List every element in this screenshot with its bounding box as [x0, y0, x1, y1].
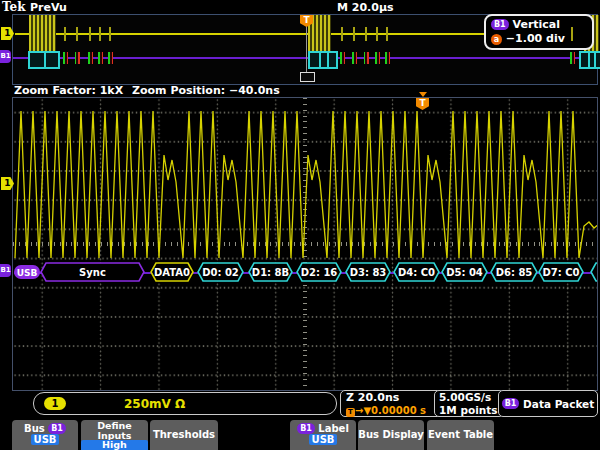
- b1-badge: B1: [48, 423, 66, 434]
- b1-overview-tag[interactable]: B1: [0, 50, 11, 63]
- b1-badge: B1: [297, 423, 315, 434]
- tek-logo: Tek: [2, 0, 26, 14]
- label-button-value: USB: [309, 434, 338, 445]
- b1-badge: B1: [491, 19, 509, 30]
- sample-rate: 5.00GS/s: [439, 391, 499, 404]
- zoom-factor-readout: Zoom Factor: 1kX: [14, 84, 123, 97]
- overview-packet-marker: [63, 52, 68, 64]
- event-table-label: Event Table: [427, 423, 494, 447]
- trigger-position-line: [306, 26, 307, 74]
- bus-event-readout[interactable]: B1 Data Packet: [498, 390, 598, 417]
- knob-a-icon: a: [491, 34, 502, 45]
- label-button-label: Label: [318, 423, 349, 434]
- overview-signal-tick: [76, 27, 78, 41]
- overview-signal-tick: [386, 27, 388, 41]
- ch1-badge: 1: [44, 397, 66, 410]
- bottom-menu: Bus B1 USB Define Inputs High Speed Thre…: [0, 417, 600, 450]
- overview-signal-tick: [353, 27, 355, 41]
- record-length: 1M points: [439, 404, 499, 417]
- trigger-tick-icon: [419, 92, 427, 97]
- b1-main-tag[interactable]: B1: [0, 264, 11, 277]
- overview-packet-marker: [385, 52, 390, 64]
- overview-packet-marker: [570, 52, 575, 64]
- trigger-delay-arrows-icon: →▼: [355, 405, 371, 416]
- overview-signal-tick: [376, 27, 378, 41]
- zoom-scale-readout[interactable]: Z 20.0ns T→▼0.00000 s: [340, 390, 442, 417]
- overview-packet-marker: [88, 52, 93, 64]
- menu-thresholds-button[interactable]: Thresholds: [150, 420, 218, 450]
- bus-decode-row: USBSyncDATA0D0: 02D1: 8BD2: 16D3: 83D4: …: [13, 262, 597, 284]
- acquisition-status: PreVu: [30, 1, 67, 14]
- overview-packet-marker: [375, 52, 380, 64]
- oscilloscope-screen: { "header": { "logo": "Tek", "acq_status…: [0, 0, 600, 450]
- overview-signal-burst: [29, 15, 56, 51]
- timebase-readout: M 20.0µs: [337, 1, 394, 14]
- svg-text:USB: USB: [17, 268, 38, 278]
- overview-packet-marker: [340, 52, 345, 64]
- menu-bus-display-button[interactable]: Bus Display: [358, 420, 424, 450]
- vertical-badge-value: −1.00 div: [506, 32, 565, 45]
- thresholds-label: Thresholds: [150, 423, 218, 447]
- overview-packet-marker: [75, 52, 80, 64]
- bus-button-value: USB: [31, 434, 60, 445]
- svg-text:DATA0: DATA0: [154, 267, 190, 278]
- svg-text:D3: 83: D3: 83: [350, 267, 387, 278]
- menu-label-button[interactable]: B1 Label USB: [290, 420, 356, 450]
- zoom-window-bracket[interactable]: [300, 72, 315, 82]
- zoom-position-readout: Zoom Position: −40.0ns: [132, 84, 280, 97]
- svg-text:D1: 8B: D1: 8B: [252, 267, 289, 278]
- overview-packet-box: [308, 51, 338, 69]
- trigger-delay-value: 0.00000 s: [371, 405, 426, 416]
- bus-display-label: Bus Display: [358, 423, 424, 447]
- svg-text:D2: 16: D2: 16: [301, 267, 338, 278]
- zoom-scale-value: Z 20.0ns: [346, 391, 436, 404]
- decode-box-partial: [591, 263, 597, 281]
- menu-event-table-button[interactable]: Event Table: [427, 420, 494, 450]
- b1-badge: B1: [502, 398, 520, 409]
- overview-packet-box: [579, 51, 600, 69]
- overview-packet-box: [28, 51, 60, 69]
- svg-text:D6: 85: D6: 85: [496, 267, 533, 278]
- top-status-bar: Tek PreVu M 20.0µs: [0, 0, 600, 14]
- svg-text:D5: 04: D5: 04: [446, 267, 483, 278]
- bus-event-text: Data Packet: [523, 398, 594, 410]
- acquisition-readout[interactable]: 5.00GS/s 1M points: [434, 390, 504, 417]
- ch1-scale-readout[interactable]: 1 250mV Ω: [33, 392, 337, 415]
- ch1-scale-value: 250mV Ω: [124, 397, 185, 411]
- overview-signal-tick: [64, 27, 66, 41]
- menu-bus-button[interactable]: Bus B1 USB: [12, 420, 78, 450]
- overview-signal-tick: [89, 27, 91, 41]
- overview-signal-tick: [365, 27, 367, 41]
- overview-packet-marker: [352, 52, 357, 64]
- svg-text:Sync: Sync: [79, 267, 106, 278]
- svg-text:D7: C0: D7: C0: [542, 267, 579, 278]
- overview-signal-tick: [341, 27, 343, 41]
- overview-window: T B1 Vertical a −1.00 div: [12, 14, 598, 85]
- bus-button-label: Bus: [24, 423, 45, 434]
- overview-signal-tick: [99, 27, 101, 41]
- overview-packet-marker: [98, 52, 103, 64]
- menu-define-inputs-button[interactable]: Define Inputs High Speed: [81, 420, 148, 450]
- svg-text:D4: C0: D4: C0: [398, 267, 435, 278]
- vertical-position-badge[interactable]: B1 Vertical a −1.00 div: [484, 14, 594, 50]
- zoom-waveform-window: USBSyncDATA0D0: 02D1: 8BD2: 16D3: 83D4: …: [12, 97, 598, 391]
- vertical-badge-title: Vertical: [513, 18, 561, 31]
- overview-signal-tick: [109, 27, 111, 41]
- svg-text:D0: 02: D0: 02: [202, 267, 239, 278]
- ch1-waveform: [13, 98, 597, 390]
- overview-signal-tick: [571, 27, 573, 41]
- trigger-delay-icon: T: [346, 408, 355, 417]
- overview-packet-marker: [364, 52, 369, 64]
- define-inputs-value: High Speed: [81, 440, 148, 450]
- bottom-status-bar: 1 250mV Ω Z 20.0ns T→▼0.00000 s 5.00GS/s…: [0, 390, 600, 417]
- overview-packet-marker: [108, 52, 113, 64]
